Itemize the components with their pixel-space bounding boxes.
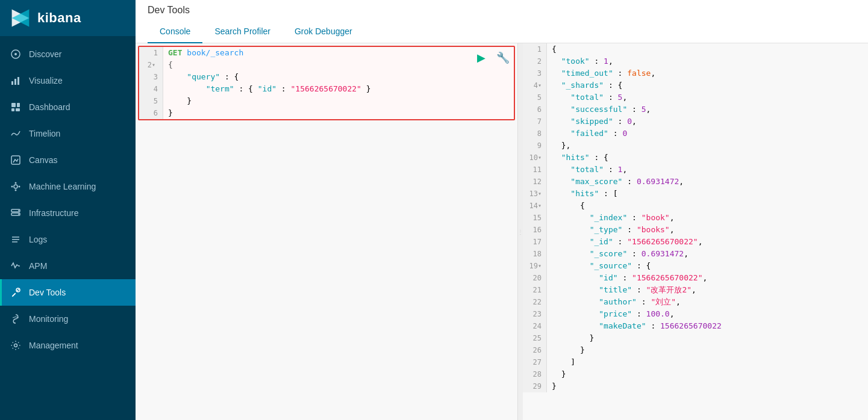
response-code-line: 4▾ "_shards" : {	[523, 79, 868, 91]
sidebar-item-label: Machine Learning	[29, 182, 96, 191]
svg-point-3	[14, 53, 17, 55]
code-editor[interactable]: 1 GET book/_search 2▾ { 3 "query" : { 4	[136, 43, 517, 420]
sidebar-item-label: Management	[29, 341, 78, 350]
response-code-line: 19▾ "_source" : {	[523, 260, 868, 272]
response-code-line: 26 }	[523, 344, 868, 356]
settings-button[interactable]: 🔧	[495, 49, 511, 66]
timelion-icon	[10, 128, 22, 140]
sidebar-item-apm[interactable]: APM	[0, 253, 136, 279]
code-line-3: 3 "query" : {	[139, 71, 514, 83]
svg-point-12	[14, 185, 17, 188]
tab-grok-debugger[interactable]: Grok Debugger	[283, 20, 364, 43]
response-code-line: 25 }	[523, 332, 868, 344]
sidebar-item-management[interactable]: Management	[0, 332, 136, 359]
svg-point-16	[19, 186, 20, 188]
svg-rect-6	[17, 77, 19, 85]
sidebar-item-visualize[interactable]: Visualize	[0, 67, 136, 94]
sidebar-item-label: Visualize	[29, 76, 63, 85]
sidebar-item-dashboard[interactable]: Dashboard	[0, 94, 136, 120]
response-code-line: 21 "title" : "改革开放2",	[523, 284, 868, 296]
response-code-line: 11 "total" : 1,	[523, 164, 868, 176]
dashboard-icon	[10, 101, 22, 113]
svg-point-26	[14, 344, 17, 347]
response-code-line: 2 "took" : 1,	[523, 55, 868, 67]
sidebar-item-machine-learning[interactable]: Machine Learning	[0, 173, 136, 200]
svg-rect-9	[11, 108, 14, 111]
code-line-4: 4 "term" : { "id" : "1566265670022" }	[139, 83, 514, 95]
response-code-line: 18 "_score" : 0.6931472,	[523, 248, 868, 260]
machine-learning-icon	[10, 181, 22, 193]
sidebar-item-label: Dev Tools	[29, 288, 66, 297]
svg-rect-10	[16, 108, 20, 111]
infrastructure-icon	[10, 207, 22, 219]
visualize-icon	[10, 75, 22, 87]
response-code-line: 29 }	[523, 380, 868, 392]
editor-pane: ▶ 🔧 1 GET book/_search 2▾ { 3 "query"	[136, 43, 518, 420]
main-content: Dev Tools ConsoleSearch ProfilerGrok Deb…	[136, 0, 868, 420]
monitoring-icon	[10, 313, 22, 325]
response-code-line: 13▾ "hits" : [	[523, 188, 868, 200]
response-code-line: 28 }	[523, 368, 868, 380]
response-code-line: 10▾ "hits" : {	[523, 152, 868, 164]
tab-search-profiler[interactable]: Search Profiler	[202, 20, 283, 43]
svg-rect-5	[14, 79, 16, 85]
svg-rect-4	[11, 81, 13, 85]
response-code-line: 22 "author" : "刘立",	[523, 296, 868, 308]
response-code-line: 23 "price" : 100.0,	[523, 308, 868, 320]
sidebar-item-label: APM	[29, 261, 47, 271]
sidebar-item-logs[interactable]: Logs	[0, 226, 136, 253]
management-icon	[10, 339, 22, 351]
dev-tools-icon	[10, 286, 22, 298]
response-code: 1 { 2 "took" : 1, 3 "timed_out" : false,…	[523, 43, 868, 420]
code-line-5: 5 }	[139, 95, 514, 107]
response-code-line: 17 "_id" : "1566265670022",	[523, 236, 868, 248]
logs-icon	[10, 233, 22, 246]
sidebar-item-discover[interactable]: Discover	[0, 41, 136, 67]
sidebar-item-timelion[interactable]: Timelion	[0, 120, 136, 147]
discover-icon	[10, 48, 22, 60]
sidebar-nav: Discover Visualize Dashboard Timelion Ca…	[0, 36, 136, 420]
sidebar-item-label: Timelion	[29, 129, 60, 138]
page-title: Dev Tools	[148, 5, 856, 20]
sidebar-item-canvas[interactable]: Canvas	[0, 147, 136, 173]
apm-icon	[10, 260, 22, 272]
response-code-line: 27 ]	[523, 356, 868, 368]
sidebar-item-dev-tools[interactable]: Dev Tools	[0, 279, 136, 306]
run-button[interactable]: ▶	[473, 49, 490, 66]
canvas-icon	[10, 154, 22, 166]
sidebar-item-monitoring[interactable]: Monitoring	[0, 306, 136, 332]
code-line-6: 6 }	[139, 107, 514, 119]
editor-toolbar: ▶ 🔧	[473, 49, 511, 66]
svg-rect-8	[17, 103, 20, 107]
svg-rect-7	[11, 103, 16, 107]
response-code-line: 20 "id" : "1566265670022",	[523, 272, 868, 284]
response-code-line: 14▾ {	[523, 200, 868, 212]
svg-point-13	[15, 182, 17, 184]
svg-point-15	[11, 186, 13, 188]
response-code-line: 7 "skipped" : 0,	[523, 116, 868, 128]
pane-resizer[interactable]: ⋮	[518, 43, 523, 420]
tabs: ConsoleSearch ProfilerGrok Debugger	[148, 20, 856, 43]
kibana-logo-icon	[10, 7, 31, 29]
svg-rect-24	[11, 292, 16, 297]
editor-area: ▶ 🔧 1 GET book/_search 2▾ { 3 "query"	[136, 43, 868, 420]
response-code-line: 8 "failed" : 0	[523, 128, 868, 140]
response-code-line: 1 {	[523, 43, 868, 55]
selected-code-block: 1 GET book/_search 2▾ { 3 "query" : { 4	[138, 46, 515, 120]
sidebar-item-label: Discover	[29, 49, 61, 59]
sidebar-item-label: Logs	[29, 235, 47, 244]
logo: kibana	[0, 0, 136, 36]
sidebar-item-label: Canvas	[29, 155, 57, 165]
response-code-line: 6 "successful" : 5,	[523, 103, 868, 116]
response-code-line: 12 "max_score" : 0.6931472,	[523, 176, 868, 188]
svg-point-20	[18, 214, 19, 215]
sidebar-item-label: Dashboard	[29, 102, 70, 112]
sidebar-item-infrastructure[interactable]: Infrastructure	[0, 200, 136, 226]
svg-point-14	[15, 190, 17, 191]
response-pane: 1 { 2 "took" : 1, 3 "timed_out" : false,…	[523, 43, 868, 420]
response-code-line: 24 "makeDate" : 1566265670022	[523, 320, 868, 332]
response-code-line: 15 "_index" : "book",	[523, 212, 868, 224]
sidebar-item-label: Infrastructure	[29, 208, 78, 218]
tab-console[interactable]: Console	[148, 20, 202, 43]
response-code-line: 5 "total" : 5,	[523, 91, 868, 103]
